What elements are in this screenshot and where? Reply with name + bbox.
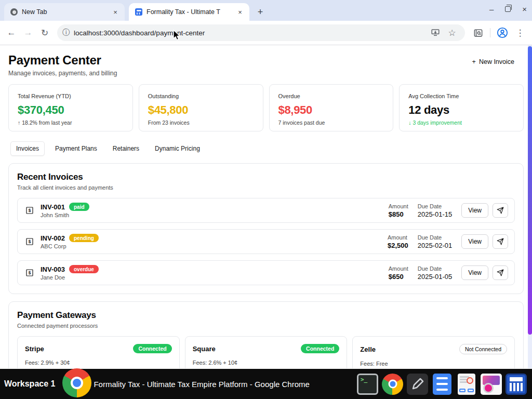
tab-close-icon[interactable]: ×	[236, 8, 244, 16]
due-date-label: Due Date	[418, 203, 453, 209]
profile-avatar[interactable]	[495, 25, 510, 41]
stat-sub: ↑ 18.2% from last year	[18, 119, 124, 126]
amount-label: Amount	[389, 203, 408, 209]
new-tab-button[interactable]: +	[254, 5, 267, 19]
gateway-status-badge: Connected	[133, 344, 171, 353]
stat-sub: ↓ 3 days improvement	[408, 119, 514, 126]
site-info-icon[interactable]: ⓘ	[62, 28, 70, 37]
gateway-name: Zelle	[360, 345, 376, 353]
bookmark-star-icon[interactable]: ☆	[444, 25, 460, 41]
taskbar: Workspace 1 Formality Tax - Ultimate Tax…	[0, 369, 532, 399]
gateway-fees: Fees: Free	[360, 361, 507, 367]
gateway-card-square: Square Connected Fees: 2.6% + 10¢ Volume…	[185, 336, 348, 368]
url-text[interactable]: localhost:3000/dashboard/payment-center	[74, 29, 427, 37]
terminal-launcher-icon[interactable]: >_	[357, 374, 378, 395]
browser-tab-formality-tax[interactable]: Formality Tax - Ultimate T ×	[129, 3, 249, 21]
invoice-id: INV-002	[41, 234, 65, 242]
stat-label: Overdue	[278, 93, 384, 99]
due-date-value: 2025-02-01	[418, 242, 453, 249]
invoice-id: INV-001	[41, 203, 65, 211]
image-viewer-launcher-icon[interactable]	[481, 374, 502, 395]
back-button[interactable]: ←	[4, 25, 19, 40]
view-invoice-button[interactable]: View	[461, 265, 488, 280]
invoice-client: John Smith	[41, 212, 389, 218]
document-viewer-launcher-icon[interactable]	[458, 374, 475, 395]
recent-invoices-title: Recent Invoices	[17, 172, 515, 182]
browser-menu-button[interactable]: ⋮	[512, 25, 528, 41]
gateway-name: Stripe	[25, 345, 44, 353]
view-invoice-button[interactable]: View	[461, 234, 488, 249]
install-icon[interactable]	[431, 28, 440, 37]
send-icon	[497, 269, 504, 276]
stat-label: Outstanding	[148, 93, 254, 99]
toolbar-divider	[490, 28, 490, 37]
due-date-label: Due Date	[418, 234, 453, 241]
chrome-launcher-icon[interactable]	[382, 374, 403, 395]
invoice-row: $ INV-001 paid John Smith Amount $850 Du…	[17, 198, 515, 223]
forward-button[interactable]: →	[21, 25, 35, 40]
stat-value: $370,450	[18, 103, 124, 117]
section-tabs: Invoices Payment Plans Retainers Dynamic…	[10, 141, 524, 156]
send-invoice-button[interactable]	[493, 265, 508, 280]
send-icon	[497, 238, 504, 245]
tab-title: Formality Tax - Ultimate T	[147, 8, 232, 16]
page-scrollbar-track[interactable]	[528, 45, 532, 368]
svg-text:$: $	[29, 271, 31, 275]
stat-label: Avg Collection Time	[408, 93, 514, 99]
status-badge: paid	[69, 203, 89, 211]
stat-sub: 7 invoices past due	[278, 119, 384, 126]
invoice-client: Jane Doe	[41, 274, 389, 281]
window-restore-button[interactable]	[505, 6, 511, 12]
page-scrollbar-thumb[interactable]	[528, 46, 532, 335]
text-editor-launcher-icon[interactable]	[407, 374, 428, 395]
gateway-card-stripe: Stripe Connected Fees: 2.9% + 30¢ Volume…	[17, 336, 180, 368]
send-invoice-button[interactable]	[493, 234, 508, 249]
active-window-title[interactable]: Formality Tax - Ultimate Tax Empire Plat…	[94, 380, 357, 389]
payment-gateways-title: Payment Gateways	[17, 310, 515, 321]
chrome-window-icon[interactable]	[62, 368, 91, 397]
window-close-button[interactable]: ×	[522, 5, 527, 13]
invoice-client: ABC Corp	[41, 243, 388, 249]
svg-text:$: $	[29, 208, 31, 213]
browser-tab-newtab[interactable]: New Tab ×	[4, 3, 125, 21]
send-invoice-button[interactable]	[493, 203, 508, 218]
due-date-label: Due Date	[418, 265, 453, 272]
tab-title: New Tab	[22, 8, 107, 16]
window-minimize-button[interactable]: –	[489, 5, 494, 13]
tab-payment-plans[interactable]: Payment Plans	[50, 142, 102, 155]
stat-card-overdue: Overdue $8,950 7 invoices past due	[269, 84, 394, 131]
status-badge: pending	[69, 234, 99, 242]
address-bar[interactable]: ⓘ localhost:3000/dashboard/payment-cente…	[57, 24, 465, 41]
tab-dynamic-pricing[interactable]: Dynamic Pricing	[150, 142, 205, 155]
stat-sub: From 23 invoices	[148, 119, 254, 126]
due-date-value: 2025-01-15	[418, 210, 453, 218]
tab-close-icon[interactable]: ×	[111, 8, 119, 16]
gateway-fees: Fees: 2.6% + 10¢	[193, 360, 340, 366]
amount-label: Amount	[389, 265, 408, 272]
browser-toolbar: ← → ↻ ⓘ localhost:3000/dashboard/payment…	[0, 21, 532, 45]
stat-value: $8,950	[278, 103, 384, 117]
view-invoice-button[interactable]: View	[461, 203, 488, 218]
gateway-name: Square	[193, 345, 216, 353]
amount-label: Amount	[388, 234, 408, 241]
invoice-row: $ INV-002 pending ABC Corp Amount $2,500…	[17, 229, 515, 254]
reload-button[interactable]: ↻	[37, 25, 52, 40]
stat-value: $45,800	[148, 103, 254, 117]
recent-invoices-card: Recent Invoices Track all client invoice…	[8, 163, 524, 294]
gateway-status-badge: Not Connected	[459, 344, 507, 354]
page-title: Payment Center	[8, 53, 117, 68]
gateway-fees: Fees: 2.9% + 30¢	[25, 360, 172, 366]
stats-row: Total Revenue (YTD) $370,450 ↑ 18.2% fro…	[8, 84, 524, 131]
payment-center-page: Payment Center Manage invoices, payments…	[0, 45, 532, 368]
side-panel-search-icon[interactable]	[470, 25, 486, 41]
dollar-bill-icon: $	[24, 268, 35, 277]
calculator-launcher-icon[interactable]	[506, 374, 527, 395]
stat-card-avg-collection: Avg Collection Time 12 days ↓ 3 days imp…	[399, 84, 524, 131]
new-invoice-button[interactable]: + New Invoice	[472, 58, 514, 65]
tab-retainers[interactable]: Retainers	[108, 142, 144, 155]
workspace-label[interactable]: Workspace 1	[4, 379, 55, 389]
calculator-favicon-icon	[135, 8, 142, 16]
invoice-row: $ INV-003 overdue Jane Doe Amount $650 D…	[17, 260, 515, 285]
tab-invoices[interactable]: Invoices	[10, 141, 45, 156]
file-cabinet-launcher-icon[interactable]	[433, 374, 451, 395]
